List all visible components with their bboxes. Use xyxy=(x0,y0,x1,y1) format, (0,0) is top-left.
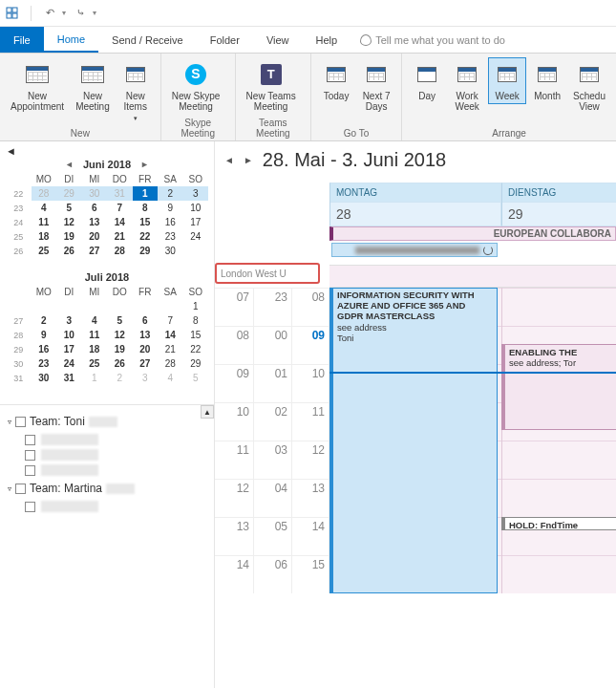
mini-cal-day[interactable]: 31 xyxy=(107,186,133,201)
day-header-tuesday[interactable]: DIENSTAG 29 xyxy=(501,183,616,226)
mini-cal-day[interactable]: 1 xyxy=(183,299,209,313)
mini-cal-day[interactable]: 2 xyxy=(158,186,183,201)
mini-cal-day[interactable]: 24 xyxy=(183,229,209,244)
mini-cal-day[interactable]: 31 xyxy=(56,371,82,385)
mini-cal-day[interactable]: 11 xyxy=(82,328,108,342)
mini-cal-day[interactable]: 2 xyxy=(32,313,57,328)
mini-cal-day[interactable]: 4 xyxy=(82,313,108,328)
mini-cal-day[interactable]: 1 xyxy=(133,186,159,201)
mini-cal-day[interactable]: 6 xyxy=(82,201,108,215)
next-month-icon[interactable]: ► xyxy=(137,160,153,169)
team-member-item[interactable] xyxy=(8,447,210,462)
new-meeting-button[interactable]: New Meeting xyxy=(71,57,115,115)
mini-cal-day[interactable]: 2 xyxy=(107,371,133,385)
next7days-button[interactable]: Next 7 Days xyxy=(357,57,395,115)
team-member-item[interactable] xyxy=(8,462,210,478)
mini-cal-day[interactable]: 22 xyxy=(183,342,209,356)
event-hold[interactable]: HOLD: FndTime xyxy=(501,517,616,530)
mini-cal-day[interactable]: 18 xyxy=(32,229,57,244)
mini-cal-day[interactable]: 5 xyxy=(183,371,209,385)
allday-event-redacted[interactable] xyxy=(331,243,498,257)
mini-cal-day[interactable]: 16 xyxy=(158,215,183,229)
mini-cal-day[interactable]: 17 xyxy=(183,215,209,229)
mini-cal-day[interactable]: 23 xyxy=(32,356,57,371)
mini-calendar-grid[interactable]: MODIMIDOFRSASO12723456782891011121314152… xyxy=(6,285,208,385)
mini-cal-day[interactable]: 7 xyxy=(158,313,183,328)
mini-cal-day[interactable]: 4 xyxy=(158,371,183,385)
mini-cal-day[interactable]: 28 xyxy=(158,356,183,371)
mini-cal-day[interactable]: 22 xyxy=(133,229,159,244)
mini-cal-day[interactable]: 10 xyxy=(56,328,82,342)
mini-cal-day[interactable]: 1 xyxy=(82,371,108,385)
mini-cal-day[interactable]: 15 xyxy=(133,215,159,229)
mini-cal-day[interactable]: 18 xyxy=(82,342,108,356)
team-member-item[interactable] xyxy=(8,432,210,447)
tab-view[interactable]: View xyxy=(253,27,303,53)
event-enabling[interactable]: ENABLING THE see address; Tor xyxy=(501,344,616,430)
mini-cal-day[interactable]: 13 xyxy=(82,215,108,229)
collapse-sidebar-icon[interactable]: ◄ xyxy=(6,145,16,157)
mini-cal-day[interactable]: 30 xyxy=(32,371,57,385)
mini-cal-day[interactable]: 12 xyxy=(56,215,82,229)
mini-cal-day[interactable]: 26 xyxy=(56,244,82,258)
scroll-up-icon[interactable]: ▲ xyxy=(201,405,214,419)
mini-calendar-grid[interactable]: MODIMIDOFRSASO22282930311232345678910241… xyxy=(6,172,208,258)
mini-cal-day[interactable]: 3 xyxy=(56,313,82,328)
tab-help[interactable]: Help xyxy=(303,27,351,53)
mini-cal-day[interactable]: 4 xyxy=(32,201,57,215)
prev-month-icon[interactable]: ◄ xyxy=(61,160,77,169)
mini-cal-day[interactable]: 19 xyxy=(56,229,82,244)
mini-cal-day[interactable]: 3 xyxy=(183,186,209,201)
mini-cal-day[interactable]: 11 xyxy=(32,215,57,229)
undo-dropdown[interactable]: ▾ xyxy=(62,9,66,17)
mini-cal-day[interactable]: 8 xyxy=(133,201,159,215)
team-member-item[interactable] xyxy=(8,499,210,514)
new-skype-meeting-button[interactable]: SNew Skype Meeting xyxy=(167,57,225,115)
schedule-view-button[interactable]: Schedu View xyxy=(568,57,610,115)
mini-cal-day[interactable]: 27 xyxy=(82,244,108,258)
mini-cal-day[interactable]: 25 xyxy=(32,244,57,258)
mini-cal-day[interactable]: 13 xyxy=(133,328,159,342)
mini-cal-day[interactable]: 14 xyxy=(107,215,133,229)
tell-me[interactable]: Tell me what you want to do xyxy=(360,27,505,53)
mini-cal-day[interactable] xyxy=(158,299,183,313)
mini-cal-day[interactable]: 5 xyxy=(56,201,82,215)
window-icon[interactable] xyxy=(4,5,21,22)
mini-cal-day[interactable]: 25 xyxy=(82,356,108,371)
mini-cal-day[interactable]: 9 xyxy=(158,201,183,215)
mini-cal-day[interactable]: 3 xyxy=(133,371,159,385)
mini-cal-day[interactable]: 21 xyxy=(107,229,133,244)
mini-cal-day[interactable]: 5 xyxy=(107,313,133,328)
mini-cal-day[interactable] xyxy=(32,299,57,313)
mini-cal-day[interactable]: 30 xyxy=(82,186,108,201)
mini-cal-day[interactable]: 26 xyxy=(107,356,133,371)
mini-cal-day[interactable]: 20 xyxy=(82,229,108,244)
new-teams-meeting-button[interactable]: TNew Teams Meeting xyxy=(242,57,301,115)
mini-cal-day[interactable]: 16 xyxy=(32,342,57,356)
mini-cal-day[interactable]: 19 xyxy=(107,342,133,356)
tab-home[interactable]: Home xyxy=(44,27,98,53)
day-header-monday[interactable]: MONTAG 28 xyxy=(329,183,501,226)
new-items-button[interactable]: New Items ▾ xyxy=(117,57,155,125)
week-view-button[interactable]: Week xyxy=(488,57,526,104)
new-appointment-button[interactable]: New Appointment xyxy=(6,57,69,115)
mini-cal-day[interactable] xyxy=(107,299,133,313)
team-group-header[interactable]: ▿ Team: Martina xyxy=(8,478,210,499)
prev-week-icon[interactable]: ◄ xyxy=(224,155,234,165)
mini-cal-day[interactable]: 29 xyxy=(56,186,82,201)
month-view-button[interactable]: Month xyxy=(528,57,566,104)
mini-cal-day[interactable]: 29 xyxy=(133,244,159,258)
redo-icon[interactable]: ⤷ xyxy=(72,5,89,22)
redo-dropdown[interactable]: ▾ xyxy=(93,9,96,17)
tab-send-receive[interactable]: Send / Receive xyxy=(98,27,197,53)
mini-cal-day[interactable]: 15 xyxy=(183,328,209,342)
mini-cal-day[interactable]: 23 xyxy=(158,229,183,244)
mini-cal-day[interactable]: 14 xyxy=(158,328,183,342)
mini-cal-day[interactable]: 29 xyxy=(183,356,209,371)
mini-cal-day[interactable]: 12 xyxy=(107,328,133,342)
location-box-highlight[interactable]: London West U xyxy=(215,263,320,284)
tab-folder[interactable]: Folder xyxy=(197,27,253,53)
mini-cal-day[interactable]: 17 xyxy=(56,342,82,356)
workweek-view-button[interactable]: Work Week xyxy=(448,57,486,115)
mini-cal-day[interactable]: 6 xyxy=(133,313,159,328)
